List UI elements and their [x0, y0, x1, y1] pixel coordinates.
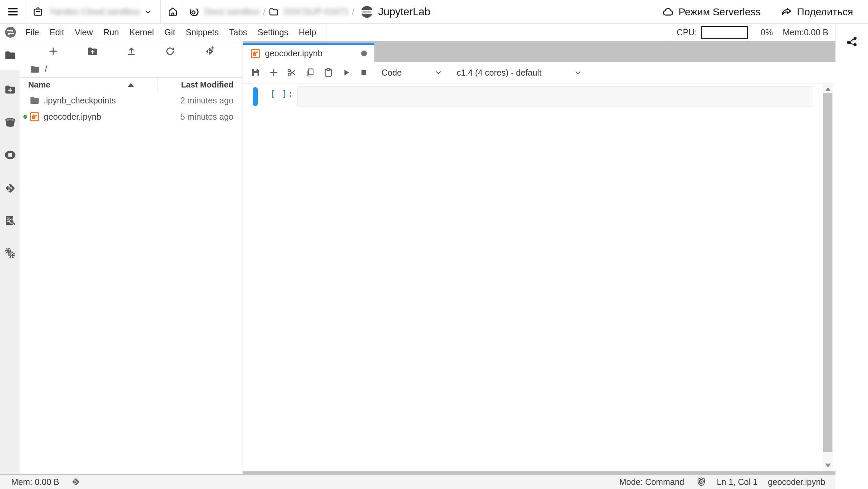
kernel-dropdown[interactable]: c1.4 (4 cores) - default [457, 68, 582, 78]
refresh-icon[interactable] [165, 46, 175, 56]
cursor-position[interactable]: Ln 1, Col 1 [717, 477, 758, 487]
tab-bar: geocoder.ipynb [243, 41, 835, 62]
chevron-down-icon [434, 69, 442, 77]
file-name: geocoder.ipynb [44, 112, 101, 122]
menu-run[interactable]: Run [103, 27, 119, 37]
copy-cells-icon[interactable] [305, 67, 315, 78]
paste-cells-icon[interactable] [323, 67, 333, 78]
git-clone-icon[interactable] [204, 46, 215, 57]
mem-indicator: Mem:0.00 B [783, 27, 828, 37]
column-name[interactable]: Name [28, 80, 50, 90]
file-list-header: Name Last Modified [20, 77, 243, 92]
cpu-label: CPU: [677, 27, 697, 37]
menu-bar: File Edit View Run Kernel Git Snippets T… [0, 24, 835, 41]
main-dock-panel: geocoder.ipynb [243, 41, 835, 474]
menubar-divider [668, 25, 668, 39]
cell-type-dropdown[interactable]: Code [381, 68, 442, 78]
scrollbar-thumb[interactable] [823, 93, 832, 452]
scroll-down-arrow[interactable] [825, 464, 831, 467]
cell-collapser[interactable] [253, 87, 258, 106]
file-browser-breadcrumb: / [20, 61, 243, 77]
memory-usage: Mem: 0.00 B [11, 477, 59, 487]
cut-cells-icon[interactable] [287, 67, 297, 78]
tab-title: geocoder.ipynb [265, 48, 323, 58]
file-modified: 2 minutes ago [180, 96, 233, 105]
breadcrumb-folder[interactable]: DOCSUP-51671 [284, 6, 349, 17]
right-side-strip [835, 24, 868, 489]
notebook-toolbar: Code c1.4 (4 cores) - default [243, 62, 835, 83]
file-modified: 5 minutes ago [180, 112, 233, 122]
cell-code-editor[interactable] [297, 86, 813, 106]
menubar-divider [777, 25, 777, 39]
kernel-running-dot [23, 115, 27, 119]
new-launcher-plus-icon[interactable] [48, 46, 58, 56]
settings-gears-icon[interactable] [4, 247, 16, 260]
chevron-down-icon[interactable] [144, 8, 152, 16]
file-name: .ipynb_checkpoints [44, 96, 116, 105]
add-cell-icon[interactable] [269, 68, 278, 77]
serverless-mode-button[interactable]: Режим Serverless [662, 6, 761, 18]
menu-edit[interactable]: Edit [49, 27, 64, 37]
save-icon[interactable] [251, 67, 261, 78]
menu-tabs[interactable]: Tabs [229, 27, 247, 37]
menu-git[interactable]: Git [164, 27, 175, 37]
breadcrumb-separator: / [260, 6, 268, 18]
file-row-geocoder[interactable]: geocoder.ipynb 5 minutes ago [20, 109, 243, 125]
workspace-selector-label[interactable]: Yandex Cloud sandbox [49, 6, 140, 17]
activity-bar [0, 41, 20, 474]
share-button[interactable]: Поделиться [781, 6, 853, 18]
active-filename[interactable]: geocoder.ipynb [768, 477, 825, 487]
breadcrumb-root[interactable]: / [45, 64, 47, 75]
menubar-divider [327, 25, 327, 39]
serverless-label: Режим Serverless [679, 6, 761, 18]
menu-view[interactable]: View [75, 27, 93, 37]
stop-kernel-icon[interactable] [359, 68, 369, 77]
jupyter-logo-icon: jupyter [360, 5, 374, 19]
hamburger-menu-icon[interactable] [7, 7, 18, 17]
datasphere-logo-icon [4, 26, 17, 38]
column-last-modified[interactable]: Last Modified [148, 80, 233, 90]
shared-folder-plus-icon[interactable] [4, 84, 16, 96]
file-browser-panel: / Name Last Modified .ipynb_checkpoints … [20, 41, 243, 474]
sort-ascending-icon[interactable] [128, 83, 134, 87]
file-row-checkpoints[interactable]: .ipynb_checkpoints 2 minutes ago [20, 92, 243, 109]
shield-x-icon[interactable] [696, 477, 706, 487]
running-kernels-stop-icon[interactable] [4, 150, 16, 161]
topbar-divider [771, 0, 771, 23]
notebook-scrollbar[interactable] [823, 83, 833, 471]
tab-geocoder-ipynb[interactable]: geocoder.ipynb [243, 43, 374, 62]
git-icon[interactable] [4, 182, 16, 196]
git-status-icon[interactable] [71, 477, 81, 487]
scroll-up-arrow[interactable] [825, 87, 831, 91]
s3-bucket-icon[interactable] [4, 117, 16, 129]
notebook-file-icon [29, 112, 40, 122]
status-bar: Mem: 0.00 B Mode: Command Ln 1, Col 1 ge… [0, 474, 835, 489]
menu-kernel[interactable]: Kernel [129, 27, 154, 37]
menu-help[interactable]: Help [299, 27, 316, 37]
catalog-search-icon[interactable] [4, 215, 16, 228]
share-label: Поделиться [797, 6, 853, 18]
file-browser-icon[interactable] [4, 50, 16, 62]
menu-file[interactable]: File [25, 27, 39, 37]
unsaved-changes-dot[interactable] [361, 51, 367, 56]
home-icon[interactable] [167, 6, 178, 17]
kernel-name: c1.4 (4 cores) - default [457, 68, 541, 78]
menu-settings[interactable]: Settings [257, 27, 288, 37]
app-title: JupyterLab [378, 6, 430, 18]
folder-icon [268, 6, 279, 17]
briefcase-icon [33, 6, 43, 17]
breadcrumb-project[interactable]: Docs sandbox [204, 6, 260, 17]
status-bar-right: Mode: Command Ln 1, Col 1 geocoder.ipynb [619, 477, 825, 487]
menu-snippets[interactable]: Snippets [186, 27, 219, 37]
root-folder-icon[interactable] [30, 65, 40, 74]
screen: Yandex Cloud sandbox Docs sandbox / DOCS… [0, 0, 868, 489]
new-folder-icon[interactable] [87, 46, 98, 56]
run-cell-icon[interactable] [342, 68, 351, 77]
editor-mode[interactable]: Mode: Command [619, 477, 684, 487]
upload-icon[interactable] [126, 46, 137, 56]
share-arrow-icon [781, 6, 793, 18]
cpu-percent: 0% [761, 27, 773, 37]
share-graph-icon[interactable] [846, 35, 859, 49]
chevron-down-icon [574, 69, 582, 77]
datasphere-ring-icon [189, 6, 200, 17]
